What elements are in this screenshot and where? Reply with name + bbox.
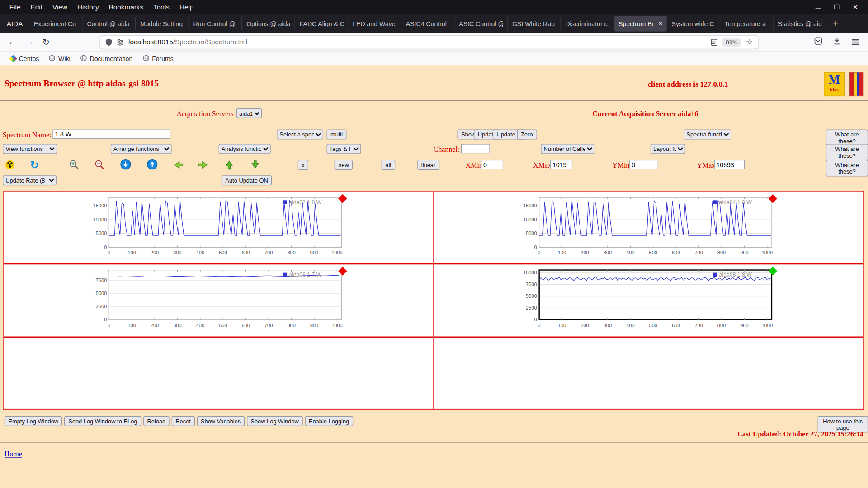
radiation-icon[interactable]: ☢: [4, 159, 16, 171]
tab-experiment-co[interactable]: Experiment Co: [29, 16, 83, 31]
tab-temperature-a[interactable]: Temperature a: [720, 16, 774, 31]
show-variables-button[interactable]: Show Variables: [197, 416, 245, 426]
linear-button[interactable]: linear: [417, 160, 439, 170]
menu-file[interactable]: File: [5, 1, 26, 12]
arrow-right-icon[interactable]: [197, 159, 209, 171]
enable-logging-button[interactable]: Enable Logging: [305, 416, 353, 426]
gallery-cell-1[interactable]: 0500010000150000100200300400500600700800…: [3, 192, 433, 264]
zoom-level-badge[interactable]: 80%: [722, 38, 741, 46]
tab-spectrum-br[interactable]: Spectrum Br✕: [614, 16, 667, 31]
tab-asic4-control[interactable]: ASIC4 Control: [401, 16, 455, 31]
tab-module-setting[interactable]: Module Setting: [136, 16, 189, 31]
auto-update-button[interactable]: Auto Update ON: [222, 175, 272, 185]
bookmark-wiki[interactable]: Wiki: [44, 53, 75, 63]
xmax-input[interactable]: [550, 160, 572, 169]
arrow-left-icon[interactable]: [172, 159, 184, 171]
tab-control-aida[interactable]: Control @ aida: [83, 16, 136, 31]
all-button[interactable]: all: [382, 160, 395, 170]
what-are-these-button-3[interactable]: What are these?: [826, 160, 868, 177]
menu-history[interactable]: History: [72, 1, 104, 12]
permissions-sliders-icon[interactable]: [117, 38, 124, 46]
zero-button[interactable]: Zero: [517, 130, 537, 140]
tab-fadc-align-c[interactable]: FADC Align & C: [295, 16, 349, 31]
ymax-input[interactable]: [714, 160, 745, 169]
move-up-icon[interactable]: [146, 158, 158, 170]
tab-led-and-wave[interactable]: LED and Wave: [348, 16, 401, 31]
gallery-cell-4[interactable]: 0250050007500100000100200300400500600700…: [434, 264, 863, 337]
gallery-cell-2[interactable]: 0500010000150000100200300400500600700800…: [434, 192, 863, 264]
menu-view[interactable]: View: [47, 1, 72, 12]
empty-log-window-button[interactable]: Empty Log Window: [5, 416, 62, 426]
new-tab-button[interactable]: +: [826, 18, 844, 29]
zoom-out-icon[interactable]: [94, 159, 106, 171]
pocket-icon[interactable]: [814, 37, 822, 47]
menu-bookmarks[interactable]: Bookmarks: [104, 1, 149, 12]
close-window-icon[interactable]: ✕: [853, 4, 858, 10]
send-log-window-to-elog-button[interactable]: Send Log Window to ELog: [65, 416, 141, 426]
tab-run-control[interactable]: Run Control @: [189, 16, 242, 31]
acquisition-server-select[interactable]: aida16: [236, 108, 262, 118]
gallery-cell-5[interactable]: [3, 337, 433, 409]
tab-options-aida[interactable]: Options @ aida: [242, 16, 295, 31]
spectrum-chart-aida02-1-8-w[interactable]: 0500010000150000100200300400500600700800…: [85, 194, 354, 263]
arrow-down-icon[interactable]: [249, 158, 261, 170]
reader-mode-icon[interactable]: [711, 38, 718, 46]
hamburger-menu-icon[interactable]: [852, 38, 859, 47]
reload-button[interactable]: Reload: [143, 416, 170, 426]
bookmark-centos[interactable]: Centos: [5, 53, 44, 63]
zoom-in-icon[interactable]: [68, 159, 80, 171]
gallery-cell-6[interactable]: [434, 337, 863, 409]
tab-close-icon[interactable]: ✕: [658, 20, 663, 26]
show-log-window-button[interactable]: Show Log Window: [247, 416, 303, 426]
bookmark-documentation[interactable]: Documentation: [75, 53, 138, 63]
multi-button[interactable]: multi: [326, 130, 346, 140]
spectrum-chart-aida06-1-7-w[interactable]: 0250050007500010020030040050060070080090…: [85, 266, 354, 335]
downloads-icon[interactable]: [833, 37, 841, 47]
bookmark-star-icon[interactable]: ☆: [746, 38, 753, 47]
arrow-up-icon[interactable]: [223, 158, 235, 170]
new-button[interactable]: new: [335, 160, 353, 170]
tags-fits-dropdown[interactable]: Tags & Fits: [326, 144, 361, 154]
tab-statistics-aid[interactable]: Statistics @ aid: [774, 16, 827, 31]
svg-text:300: 300: [173, 250, 181, 255]
url-bar[interactable]: localhost:8015/Spectrum/Spectrum.tml 80%…: [99, 35, 758, 49]
view-functions-dropdown[interactable]: View functions: [3, 144, 57, 154]
number-of-galleries-dropdown[interactable]: Number of Galleries: [541, 144, 594, 154]
forward-button[interactable]: →: [21, 37, 38, 47]
x-axis-button[interactable]: x: [298, 160, 309, 170]
home-link[interactable]: Home: [5, 450, 22, 459]
menu-edit[interactable]: Edit: [26, 1, 47, 12]
bookmark-forums[interactable]: Forums: [137, 53, 179, 63]
arrange-functions-dropdown[interactable]: Arrange functions: [111, 144, 172, 154]
tab-asic-control[interactable]: ASIC Control @: [455, 16, 508, 31]
shield-icon[interactable]: [105, 38, 113, 46]
reload-button[interactable]: ↻: [38, 37, 54, 47]
tab-gsi-white-rab[interactable]: GSI White Rab: [508, 16, 561, 31]
layout-id-dropdown[interactable]: Layout ID=8: [651, 144, 685, 154]
maximize-icon[interactable]: [834, 4, 839, 10]
ymin-input[interactable]: [629, 160, 658, 169]
analysis-functions-dropdown[interactable]: Analysis functions: [219, 144, 271, 154]
update-rate-dropdown[interactable]: Update Rate (8 secs): [3, 175, 57, 185]
tab-discriminator-c[interactable]: Discriminator c: [561, 16, 614, 31]
channel-input[interactable]: [461, 144, 490, 153]
gallery-cell-3[interactable]: 0250050007500010020030040050060070080090…: [3, 264, 433, 337]
minimize-icon[interactable]: [816, 4, 821, 10]
spectrum-name-input[interactable]: [52, 130, 170, 139]
tab-title: Spectrum Br: [618, 20, 656, 27]
xmin-input[interactable]: [481, 160, 503, 169]
svg-text:400: 400: [626, 250, 634, 255]
menu-help[interactable]: Help: [175, 1, 199, 12]
svg-text:800: 800: [717, 323, 726, 328]
refresh-icon[interactable]: ↻: [28, 159, 40, 171]
what-are-these-button-2[interactable]: What are these?: [826, 144, 868, 160]
tab-system-wide-c[interactable]: System wide C: [667, 16, 721, 31]
spectra-functions-dropdown[interactable]: Spectra functions: [684, 130, 731, 140]
back-button[interactable]: ←: [5, 37, 21, 47]
reset-button[interactable]: Reset: [172, 416, 195, 426]
select-spectrum-dropdown[interactable]: Select a spectrum: [277, 130, 323, 140]
menu-tools[interactable]: Tools: [148, 1, 175, 12]
spectrum-chart-aida04-1-8-w[interactable]: 0500010000150000100200300400500600700800…: [515, 194, 784, 263]
spectrum-chart-aida08-1-8-w[interactable]: 0250050007500100000100200300400500600700…: [515, 266, 784, 335]
move-down-icon[interactable]: [119, 158, 132, 170]
